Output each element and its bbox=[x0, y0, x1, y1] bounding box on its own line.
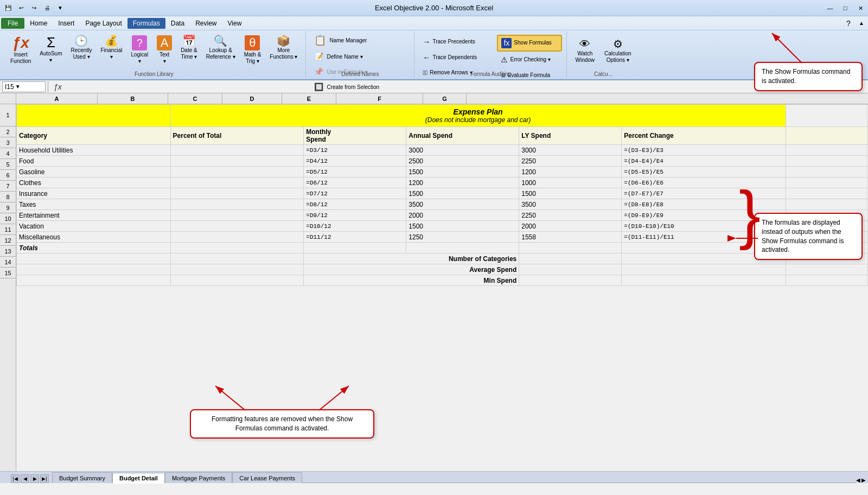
cell-a12[interactable]: Totals bbox=[17, 243, 171, 253]
insert-function-button[interactable]: ƒx InsertFunction bbox=[7, 33, 35, 67]
cell-f5[interactable]: =(D5-E5)/E5 bbox=[622, 167, 786, 177]
col-header-e[interactable]: E bbox=[282, 93, 336, 104]
row-header-9[interactable]: 9 bbox=[0, 202, 16, 213]
cell-e3[interactable]: 3000 bbox=[519, 145, 622, 156]
menu-formulas[interactable]: Formulas bbox=[127, 18, 165, 29]
cell-e9[interactable]: 2250 bbox=[519, 210, 622, 221]
more-functions-button[interactable]: 📦 MoreFunctions ▾ bbox=[266, 33, 301, 63]
col-header-a[interactable]: A bbox=[16, 93, 98, 104]
financial-button[interactable]: 💰 Financial▾ bbox=[97, 33, 126, 63]
cell-b10[interactable] bbox=[170, 221, 304, 232]
cell-d10[interactable]: 1500 bbox=[406, 221, 519, 232]
lookup-ref-button[interactable]: 🔍 Lookup &Reference ▾ bbox=[202, 33, 239, 63]
sheet-tab-car-lease-payments[interactable]: Car Lease Payments bbox=[232, 472, 302, 483]
cell-e5[interactable]: 1200 bbox=[519, 167, 622, 177]
cell-g3[interactable] bbox=[786, 145, 867, 156]
math-trig-button[interactable]: θ Math &Trig ▾ bbox=[240, 33, 265, 67]
cell-c15-label[interactable]: Min Spend bbox=[304, 275, 519, 286]
col-header-b[interactable]: B bbox=[98, 93, 168, 104]
cell-a14[interactable] bbox=[17, 264, 171, 275]
cell-a13[interactable] bbox=[17, 253, 171, 264]
cell-f7[interactable]: =(D7-E7)/E7 bbox=[622, 188, 786, 199]
cell-b11[interactable] bbox=[170, 232, 304, 243]
cell-e8[interactable]: 3500 bbox=[519, 199, 622, 210]
autosum-button[interactable]: Σ AutoSum▾ bbox=[36, 33, 66, 66]
menu-review[interactable]: Review bbox=[190, 18, 222, 29]
close-button[interactable]: ✕ bbox=[853, 0, 868, 16]
cell-a3[interactable]: Household Utilities bbox=[17, 145, 171, 156]
cell-g15[interactable] bbox=[786, 275, 867, 286]
cell-a4[interactable]: Food bbox=[17, 156, 171, 167]
cell-g2[interactable] bbox=[786, 127, 867, 145]
cell-c14-label[interactable]: Average Spend bbox=[304, 264, 519, 275]
cell-d2-annual[interactable]: Annual Spend bbox=[406, 127, 519, 145]
row-header-7[interactable]: 7 bbox=[0, 181, 16, 192]
dropdown-icon[interactable]: ▼ bbox=[55, 3, 66, 14]
cell-f6[interactable]: =(D6-E6)/E6 bbox=[622, 177, 786, 188]
cell-b4[interactable] bbox=[170, 156, 304, 167]
trace-precedents-button[interactable]: → Trace Precedents bbox=[419, 35, 495, 49]
cell-c2-monthly[interactable]: MonthlySpend bbox=[304, 127, 406, 145]
cell-title[interactable]: Expense Plan (Does not include mortgage … bbox=[170, 105, 786, 127]
row-header-14[interactable]: 14 bbox=[0, 257, 16, 268]
cell-d12[interactable] bbox=[406, 243, 519, 253]
cell-c6[interactable]: =D6/12 bbox=[304, 177, 406, 188]
cell-g6[interactable] bbox=[786, 177, 867, 188]
cell-c11[interactable]: =D11/12 bbox=[304, 232, 406, 243]
col-header-c[interactable]: C bbox=[168, 93, 222, 104]
cell-c8[interactable]: =D8/12 bbox=[304, 199, 406, 210]
cell-a15[interactable] bbox=[17, 275, 171, 286]
formula-input[interactable] bbox=[65, 81, 866, 92]
cell-c5[interactable]: =D5/12 bbox=[304, 167, 406, 177]
cell-g14[interactable] bbox=[786, 264, 867, 275]
cell-d7[interactable]: 1500 bbox=[406, 188, 519, 199]
cell-b6[interactable] bbox=[170, 177, 304, 188]
cell-e14[interactable] bbox=[519, 264, 622, 275]
trace-dependents-button[interactable]: ← Trace Dependents bbox=[419, 50, 495, 65]
col-header-f[interactable]: F bbox=[336, 93, 423, 104]
cell-b3[interactable] bbox=[170, 145, 304, 156]
cell-d5[interactable]: 1500 bbox=[406, 167, 519, 177]
cell-d3[interactable]: 3000 bbox=[406, 145, 519, 156]
cell-e12[interactable] bbox=[519, 243, 622, 253]
cell-c9[interactable]: =D9/12 bbox=[304, 210, 406, 221]
cell-e13[interactable] bbox=[519, 253, 622, 264]
row-header-15[interactable]: 15 bbox=[0, 268, 16, 278]
cell-a11[interactable]: Miscellaneous bbox=[17, 232, 171, 243]
cell-f4[interactable]: =(D4-E4)/E4 bbox=[622, 156, 786, 167]
cell-a8[interactable]: Taxes bbox=[17, 199, 171, 210]
cell-e4[interactable]: 2250 bbox=[519, 156, 622, 167]
row-header-13[interactable]: 13 bbox=[0, 246, 16, 257]
cell-b15[interactable] bbox=[170, 275, 304, 286]
row-header-1[interactable]: 1 bbox=[0, 104, 16, 126]
sheet-scroll-right-icon[interactable]: ▶ bbox=[861, 477, 866, 483]
cell-b2-percent[interactable]: Percent of Total bbox=[170, 127, 304, 145]
cell-b14[interactable] bbox=[170, 264, 304, 275]
menu-insert[interactable]: Insert bbox=[53, 18, 80, 29]
redo-icon[interactable]: ↪ bbox=[29, 3, 40, 14]
cell-e15[interactable] bbox=[519, 275, 622, 286]
cell-f2-percent-change[interactable]: Percent Change bbox=[622, 127, 786, 145]
col-header-g[interactable]: G bbox=[423, 93, 467, 104]
cell-b13[interactable] bbox=[170, 253, 304, 264]
cell-g4[interactable] bbox=[786, 156, 867, 167]
row-header-3[interactable]: 3 bbox=[0, 137, 16, 148]
row-header-8[interactable]: 8 bbox=[0, 192, 16, 202]
cell-d11[interactable]: 1250 bbox=[406, 232, 519, 243]
print-icon[interactable]: 🖨 bbox=[42, 3, 53, 14]
ribbon-collapse-icon[interactable]: ▲ bbox=[856, 18, 867, 29]
cell-b9[interactable] bbox=[170, 210, 304, 221]
cell-c13-label[interactable]: Number of Categories bbox=[304, 253, 519, 264]
maximize-button[interactable]: □ bbox=[838, 0, 853, 16]
cell-e6[interactable]: 1000 bbox=[519, 177, 622, 188]
watch-window-button[interactable]: 👁 WatchWindow bbox=[571, 35, 598, 66]
sheet-tab-mortgage-payments[interactable]: Mortgage Payments bbox=[165, 472, 232, 483]
logical-button[interactable]: ? Logical▾ bbox=[127, 33, 152, 67]
cell-b7[interactable] bbox=[170, 188, 304, 199]
cell-c12[interactable] bbox=[304, 243, 406, 253]
sheet-scroll-left-icon[interactable]: ◀ bbox=[856, 477, 860, 483]
cell-b8[interactable] bbox=[170, 199, 304, 210]
cell-d9[interactable]: 2000 bbox=[406, 210, 519, 221]
cell-a2-category[interactable]: Category bbox=[17, 127, 171, 145]
cell-a7[interactable]: Insurance bbox=[17, 188, 171, 199]
